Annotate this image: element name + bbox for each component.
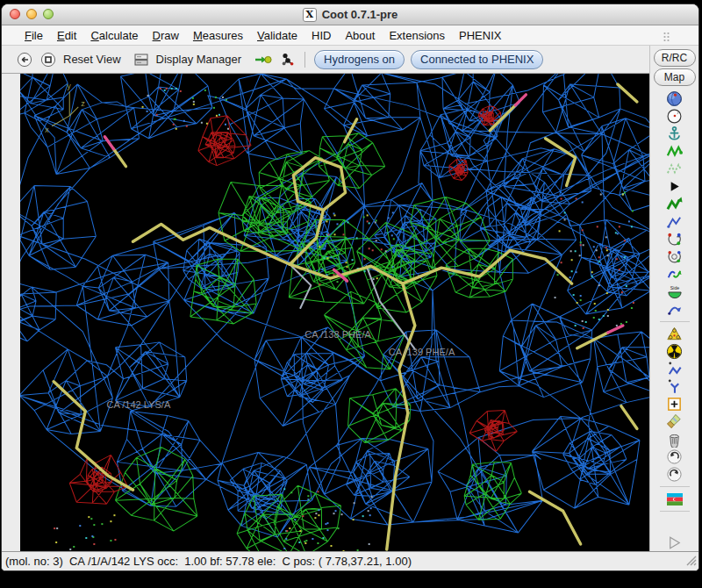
toolbar-drag-handle-icon[interactable] [663,30,670,46]
menu-draw[interactable]: Draw [146,27,186,44]
add-alt-conf-icon[interactable] [664,378,685,395]
window-title: X Coot 0.7.1-pre [303,8,398,22]
main-toolbar: Reset View Display Manager Hydrogens on … [2,46,649,74]
menu-bar: FileEditCalculateDrawMeasuresValidateHID… [2,25,698,46]
undo-icon[interactable] [664,448,685,465]
atom-label: CA /138 PHE/A [304,329,371,340]
atom-label: CA /142 LYS/A [106,399,171,410]
status-text: (mol. no: 3) CA /1/A/142 LYS occ: 1.00 b… [5,555,412,568]
mutate-auto-fit-icon[interactable] [664,326,685,342]
map-mode-button[interactable]: Map [654,68,696,86]
real-space-refine-icon[interactable] [664,143,685,160]
rotamers-icon[interactable] [664,213,685,230]
flip-peptide-icon[interactable] [664,266,685,283]
window-title-text: Coot 0.7.1-pre [322,8,398,21]
undo-view-icon[interactable] [16,51,33,68]
menu-validate[interactable]: Validate [250,27,304,44]
delete-item-icon[interactable] [664,431,685,448]
menu-about[interactable]: About [338,27,382,44]
regularize-zone-icon[interactable] [664,161,685,177]
go-to-ligand-icon[interactable] [254,51,272,68]
redo-icon[interactable] [664,466,685,483]
x11-icon: X [303,8,317,22]
title-bar[interactable]: X Coot 0.7.1-pre [2,4,698,25]
toolbar-separator [660,486,690,487]
toolbar-separator [660,321,690,322]
axis-label-x: x [45,125,49,134]
jed-flip-icon[interactable] [664,301,685,318]
recentre-view-icon[interactable] [39,51,57,68]
menu-extensions[interactable]: Extensions [382,27,452,44]
display-manager-icon[interactable] [133,51,150,68]
side-chain-180-icon[interactable]: Side [664,283,685,300]
globe-icon[interactable] [664,90,685,107]
toolbar-separator [660,511,690,512]
toolbar-separator [304,52,305,68]
gl-canvas[interactable]: yxzCA /142 LYS/ACA /138 PHE/ACA /139 PHE… [20,74,649,551]
atom-label: CA /139 PHE/A [389,347,455,357]
menu-file[interactable]: File [18,27,50,44]
resize-grip[interactable] [685,554,697,570]
modelling-toolbar: Side [650,90,698,551]
simple-mutate-icon[interactable] [664,343,685,360]
traffic-lights [10,9,54,19]
hydrogens-toggle-button[interactable]: Hydrogens on [314,50,405,69]
paintbrush-icon[interactable] [664,413,685,430]
coot-window: X Coot 0.7.1-pre FileEditCalculateDrawMe… [1,4,699,571]
menu-calculate[interactable]: Calculate [83,27,145,44]
menu-phenix[interactable]: PHENIX [452,27,508,44]
edit-chi-angles-icon[interactable] [664,231,685,247]
axis-label-y: y [67,82,71,90]
status-bar: (mol. no: 3) CA /1/A/142 LYS occ: 1.00 b… [2,551,698,570]
axis-label-z: z [81,99,85,108]
recentre-icon[interactable] [664,108,685,125]
rigid-body-fit-icon[interactable] [664,178,685,195]
run-script-icon[interactable] [664,534,685,551]
auto-fit-rotamer-icon[interactable] [664,196,685,212]
rotate-recentre-mode-button[interactable]: R/RC [654,49,696,67]
molecule-icon[interactable] [278,51,296,68]
add-terminal-residue-icon[interactable] [664,361,685,377]
close-button[interactable] [10,9,20,19]
flag-icon[interactable] [664,491,685,507]
menu-measures[interactable]: Measures [186,27,250,44]
menu-edit[interactable]: Edit [50,27,83,44]
right-panel: R/RC Map Side [649,46,698,551]
svg-text:Side: Side [670,285,679,290]
minimize-button[interactable] [26,9,37,19]
place-atom-icon[interactable] [664,396,685,412]
torsion-general-icon[interactable] [664,248,685,265]
zoom-button[interactable] [43,9,54,19]
display-manager-button[interactable]: Display Manager [156,53,242,66]
phenix-connection-button[interactable]: Connected to PHENIX [411,50,543,69]
left-gutter [2,74,20,551]
reset-view-button[interactable]: Reset View [63,53,121,66]
menu-hid[interactable]: HID [304,27,338,44]
fix-atoms-anchor-icon[interactable] [664,125,685,142]
